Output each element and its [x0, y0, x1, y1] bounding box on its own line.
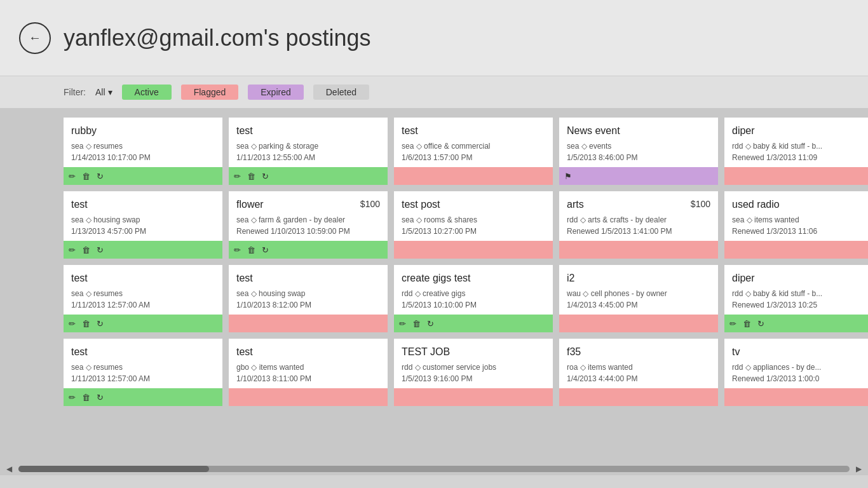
edit-icon[interactable]: ✏ [234, 245, 241, 255]
header: ← yanflex@gmail.com's postings [0, 0, 868, 76]
card-c19: diper rdd ◇ baby & kid stuff - b... Rene… [724, 265, 868, 332]
card-actions [559, 388, 718, 406]
card-category: rdd ◇ arts & crafts - by dealer [567, 215, 710, 224]
column-col2: test sea ◇ parking & storage 1/11/2013 1… [229, 118, 388, 453]
card-category: sea ◇ items wanted [732, 215, 868, 224]
filter-flagged-button[interactable]: Flagged [181, 85, 239, 100]
card-c12: TEST JOB rdd ◇ customer service jobs 1/5… [394, 339, 553, 406]
card-c18: used radio sea ◇ items wanted Renewed 1/… [724, 191, 868, 259]
refresh-icon[interactable]: ↻ [97, 245, 104, 255]
card-category: sea ◇ rooms & shares [402, 215, 545, 224]
delete-icon[interactable]: 🗑 [247, 172, 255, 181]
refresh-icon[interactable]: ↻ [262, 172, 269, 181]
filter-label: Filter: [64, 87, 86, 97]
card-actions [394, 388, 553, 406]
card-date: 1/5/2013 9:16:00 PM [402, 374, 545, 383]
card-date: Renewed 1/3/2013 11:09 [732, 153, 868, 162]
card-category: rdd ◇ baby & kid stuff - b... [732, 142, 868, 151]
card-title: i2 [567, 273, 710, 284]
edit-icon[interactable]: ✏ [399, 319, 406, 329]
delete-icon[interactable]: 🗑 [247, 245, 255, 255]
card-category: wau ◇ cell phones - by owner [567, 289, 710, 298]
flag-icon[interactable]: ⚑ [564, 172, 572, 181]
card-title: test post [402, 199, 545, 210]
delete-icon[interactable]: 🗑 [82, 172, 90, 181]
card-title: f35 [567, 346, 710, 358]
card-actions: ✏ 🗑 ↻ [229, 167, 388, 185]
card-actions [559, 315, 718, 332]
delete-icon[interactable]: 🗑 [82, 319, 90, 329]
cards-grid: rubby sea ◇ resumes 1/14/2013 10:17:00 P… [64, 118, 868, 453]
filter-expired-button[interactable]: Expired [248, 85, 303, 100]
card-c10: test post sea ◇ rooms & shares 1/5/2013 … [394, 191, 553, 259]
card-c20: tv rdd ◇ appliances - by de... Renewed 1… [724, 339, 868, 406]
card-c17: diper rdd ◇ baby & kid stuff - b... Rene… [724, 118, 868, 185]
refresh-icon[interactable]: ↻ [427, 319, 434, 329]
card-actions: ✏ 🗑 ↻ [64, 241, 222, 259]
card-date: Renewed 1/3/2013 11:06 [732, 227, 868, 236]
card-c3: test sea ◇ resumes 1/11/2013 12:57:00 AM… [64, 265, 222, 332]
card-actions [229, 315, 388, 332]
refresh-icon[interactable]: ↻ [97, 172, 104, 181]
column-col5: diper rdd ◇ baby & kid stuff - b... Rene… [724, 118, 868, 453]
card-c5: test sea ◇ parking & storage 1/11/2013 1… [229, 118, 388, 185]
card-date: Renewed 1/3/2013 1:00:0 [732, 374, 868, 383]
filter-deleted-button[interactable]: Deleted [313, 85, 369, 100]
refresh-icon[interactable]: ↻ [97, 319, 104, 329]
page-title: yanflex@gmail.com's postings [64, 25, 371, 51]
card-category: sea ◇ housing swap [236, 289, 380, 298]
card-actions [724, 388, 868, 406]
card-date: 1/11/2013 12:57:00 AM [71, 374, 215, 383]
card-c11: create gigs test rdd ◇ creative gigs 1/5… [394, 265, 553, 332]
scrollbar-track[interactable] [18, 466, 850, 472]
card-category: gbo ◇ items wanted [236, 363, 380, 372]
scroll-right-arrow[interactable]: ▶ [853, 464, 865, 473]
card-c1: rubby sea ◇ resumes 1/14/2013 10:17:00 P… [64, 118, 222, 185]
card-date: 1/10/2013 8:11:00 PM [236, 374, 380, 383]
card-title: TEST JOB [402, 346, 545, 358]
card-category: rdd ◇ appliances - by de... [732, 363, 868, 372]
delete-icon[interactable]: 🗑 [412, 319, 421, 329]
card-date: Renewed 1/3/2013 10:25 [732, 301, 868, 309]
card-title: test [236, 273, 380, 284]
card-c14: $100 arts rdd ◇ arts & crafts - by deale… [559, 191, 718, 259]
card-title: test [236, 125, 380, 137]
delete-icon[interactable]: 🗑 [82, 245, 90, 255]
card-title: arts [567, 199, 710, 210]
refresh-icon[interactable]: ↻ [97, 393, 104, 402]
content-area: rubby sea ◇ resumes 1/14/2013 10:17:00 P… [0, 108, 868, 463]
card-title: test [71, 199, 215, 210]
filter-all-button[interactable]: All ▾ [95, 87, 112, 97]
card-actions [724, 241, 868, 259]
card-title: used radio [732, 199, 868, 210]
card-title: flower [236, 199, 380, 210]
refresh-icon[interactable]: ↻ [262, 245, 269, 255]
filter-bar: Filter: All ▾ Active Flagged Expired Del… [0, 76, 868, 108]
card-actions: ✏ 🗑 ↻ [64, 315, 222, 332]
card-date: 1/4/2013 4:44:00 PM [567, 374, 710, 383]
edit-icon[interactable]: ✏ [69, 245, 76, 255]
filter-active-button[interactable]: Active [122, 85, 172, 100]
card-title: test [71, 346, 215, 358]
column-col3: test sea ◇ office & commercial 1/6/2013 … [394, 118, 553, 453]
column-col4: News event sea ◇ events 1/5/2013 8:46:00… [559, 118, 718, 453]
refresh-icon[interactable]: ↻ [757, 319, 764, 329]
edit-icon[interactable]: ✏ [69, 319, 76, 329]
card-actions: ⚑ [559, 167, 718, 185]
delete-icon[interactable]: 🗑 [82, 393, 90, 402]
card-category: sea ◇ resumes [71, 142, 215, 151]
edit-icon[interactable]: ✏ [69, 172, 76, 181]
edit-icon[interactable]: ✏ [234, 172, 241, 181]
edit-icon[interactable]: ✏ [69, 393, 76, 402]
card-date: Renewed 1/5/2013 1:41:00 PM [567, 227, 710, 236]
edit-icon[interactable]: ✏ [729, 319, 736, 329]
scroll-left-arrow[interactable]: ◀ [3, 464, 15, 473]
delete-icon[interactable]: 🗑 [743, 319, 751, 329]
card-c2: test sea ◇ housing swap 1/13/2013 4:57:0… [64, 191, 222, 259]
card-actions [394, 167, 553, 185]
back-button[interactable]: ← [19, 22, 51, 54]
card-actions: ✏ 🗑 ↻ [229, 241, 388, 259]
card-title: create gigs test [402, 273, 545, 284]
card-date: 1/5/2013 10:10:00 PM [402, 301, 545, 309]
card-actions: ✏ 🗑 ↻ [64, 167, 222, 185]
